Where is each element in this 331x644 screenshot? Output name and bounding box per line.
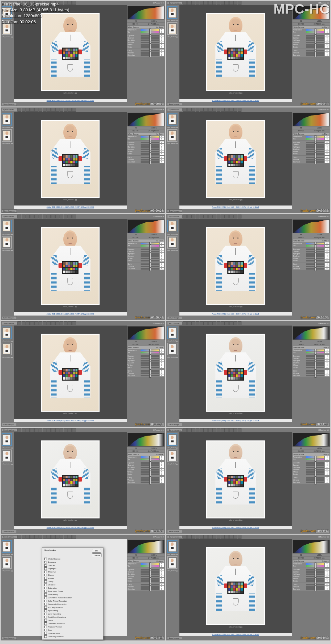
tool-button[interactable] (221, 535, 225, 539)
preview-photo[interactable] (207, 335, 264, 411)
tool-button[interactable] (47, 428, 51, 432)
slider-tint[interactable] (141, 31, 159, 33)
canvas[interactable]: color_checker1.jpgAdobe RGB (1998); 8 bi… (179, 112, 292, 209)
tool-button[interactable] (22, 428, 26, 432)
tool-button[interactable] (38, 215, 42, 218)
save-image-button[interactable]: Save Image... (2, 530, 17, 533)
tool-button[interactable] (30, 321, 34, 325)
preview-photo[interactable] (42, 228, 99, 304)
tool-button[interactable] (187, 108, 191, 112)
dialog-option[interactable]: Exposure (44, 561, 102, 564)
filmstrip-thumb[interactable] (167, 540, 177, 553)
sync-button[interactable]: Synchronize... (2, 535, 17, 539)
tool-button[interactable] (38, 535, 42, 539)
tool-button[interactable] (217, 428, 220, 432)
white-balance-dropdown[interactable]: White Balance:As Shot ▾ (128, 239, 164, 242)
workflow-link[interactable]: Adobe RGB (1998); 8 bit; 1667 x 2500 (4.… (14, 99, 127, 102)
tool-button[interactable] (68, 535, 72, 539)
filmstrip-thumb[interactable] (2, 540, 12, 553)
workflow-link[interactable]: Adobe RGB (1998); 8 bit; 1667 x 2500 (4.… (179, 312, 292, 316)
slider-saturation[interactable] (306, 375, 324, 376)
preview-photo[interactable] (42, 335, 99, 411)
save-image-button[interactable]: Save Image... (167, 209, 182, 213)
tool-button[interactable] (22, 321, 26, 325)
tool-button[interactable] (204, 108, 208, 112)
tool-button[interactable] (55, 108, 59, 112)
tool-button[interactable] (196, 321, 199, 325)
tool-button[interactable] (208, 215, 212, 218)
filmstrip-thumb[interactable] (167, 433, 177, 446)
canvas[interactable]: SynchronizeOKCancelWhite BalanceExposure… (14, 539, 127, 636)
filmstrip-thumb[interactable] (2, 327, 12, 339)
sync-button[interactable]: Synchronize... (167, 322, 183, 325)
tool-button[interactable] (38, 428, 42, 432)
filmstrip-thumb[interactable] (167, 129, 177, 142)
tool-button[interactable] (17, 428, 21, 432)
slider-blacks[interactable] (141, 367, 159, 368)
white-balance-dropdown[interactable]: White Balance:As Shot ▾ (293, 239, 329, 242)
canvas[interactable]: color_checker1.jpgAdobe RGB (1998); 8 bi… (14, 112, 127, 209)
white-balance-dropdown[interactable]: White Balance:Custom ▾ (293, 453, 329, 456)
tool-button[interactable] (72, 535, 76, 539)
tool-button[interactable] (26, 108, 30, 112)
dialog-option[interactable]: Lens Vignetting (44, 612, 102, 616)
tool-button[interactable] (217, 108, 220, 112)
tool-button[interactable] (68, 428, 72, 432)
slider-saturation[interactable] (306, 54, 324, 56)
workflow-link[interactable]: Adobe RGB (1998); 8 bit; 1667 x 2500 (4.… (14, 205, 127, 209)
slider-saturation[interactable] (141, 161, 159, 163)
white-balance-dropdown[interactable]: White Balance:Custom ▾ (128, 560, 164, 562)
tool-button[interactable] (30, 535, 34, 539)
tool-button[interactable] (187, 321, 191, 325)
tool-button[interactable] (217, 321, 220, 325)
workflow-link[interactable]: Adobe RGB (1998); 8 bit; 1667 x 2500 (4.… (14, 312, 127, 316)
tool-button[interactable] (200, 535, 204, 539)
dialog-option[interactable]: Shadows (44, 570, 102, 573)
tool-button[interactable] (47, 535, 51, 539)
slider-saturation[interactable] (306, 268, 324, 270)
save-image-button[interactable]: Save Image... (167, 637, 182, 640)
dialog-option[interactable]: HSL Adjustments (44, 606, 102, 609)
tool-button[interactable] (204, 428, 208, 432)
white-balance-dropdown[interactable]: White Balance:Custom ▾ (128, 453, 164, 456)
tool-button[interactable] (17, 215, 21, 218)
tool-button[interactable] (64, 215, 68, 218)
slider-tint[interactable] (306, 352, 324, 353)
tool-button[interactable] (208, 321, 212, 325)
tool-button[interactable] (229, 215, 233, 218)
filmstrip-thumb[interactable] (167, 343, 177, 355)
dialog-option[interactable]: Color Noise Reduction (44, 599, 102, 603)
tool-button[interactable] (59, 108, 63, 112)
tool-button[interactable] (221, 215, 225, 218)
slider-saturation[interactable] (141, 268, 159, 270)
save-image-button[interactable]: Save Image... (2, 103, 17, 106)
dialog-option[interactable]: Contrast (44, 564, 102, 567)
dialog-option[interactable]: Parametric Curve (44, 590, 102, 593)
white-balance-dropdown[interactable]: White Balance:As Shot ▾ (293, 26, 329, 28)
slider-saturation[interactable] (141, 482, 159, 483)
sync-button[interactable]: Synchronize... (2, 215, 17, 218)
dialog-option[interactable]: Split Toning (44, 609, 102, 612)
dialog-cancel-button[interactable]: Cancel (92, 553, 102, 557)
tool-button[interactable] (26, 428, 30, 432)
preview-photo[interactable] (207, 441, 264, 517)
sync-button[interactable]: Synchronize... (167, 428, 183, 432)
slider-tint[interactable] (306, 565, 324, 567)
save-image-button[interactable]: Save Image... (167, 316, 182, 319)
slider-saturation[interactable] (306, 588, 324, 590)
tool-button[interactable] (17, 535, 21, 539)
save-image-button[interactable]: Save Image... (167, 423, 182, 426)
slider-blacks[interactable] (141, 153, 159, 155)
white-balance-dropdown[interactable]: White Balance:As Shot ▾ (128, 346, 164, 349)
tool-button[interactable] (238, 535, 241, 539)
tool-button[interactable] (59, 215, 63, 218)
preview-photo[interactable] (207, 548, 264, 624)
tool-button[interactable] (191, 428, 195, 432)
preview-photo[interactable] (207, 228, 264, 304)
save-image-button[interactable]: Save Image... (2, 316, 17, 319)
slider-blacks[interactable] (306, 367, 324, 368)
tool-button[interactable] (59, 428, 63, 432)
tool-button[interactable] (22, 535, 26, 539)
white-balance-dropdown[interactable]: White Balance:As Shot ▾ (293, 133, 329, 135)
tool-button[interactable] (47, 215, 51, 218)
